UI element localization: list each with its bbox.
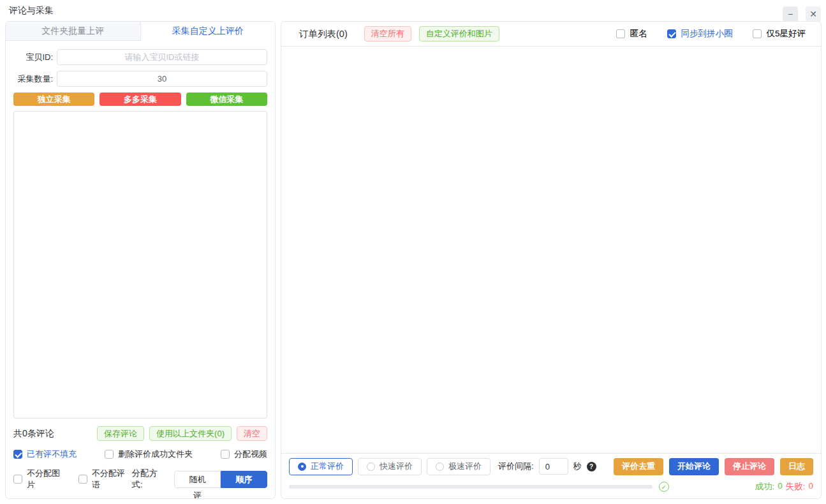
window-title: 评论与采集: [9, 5, 54, 17]
assign-video-label: 分配视频: [234, 448, 267, 460]
radio-icon: [367, 463, 375, 471]
checkbox-no-assign-image[interactable]: 不分配图片: [13, 468, 67, 491]
title-bar: 评论与采集 − ✕: [0, 0, 826, 21]
anonymous-label: 匿名: [630, 28, 647, 40]
no-refill-label: 已有评不填充: [27, 448, 77, 460]
item-id-input[interactable]: [57, 49, 267, 65]
interval-input[interactable]: [539, 458, 568, 475]
interval-unit: 秒: [573, 461, 582, 472]
sync-circle-label: 同步到拼小圈: [681, 28, 732, 40]
interval-label: 评价间隔:: [498, 461, 534, 472]
close-icon: ✕: [809, 9, 817, 19]
fail-label: 失败:: [786, 481, 806, 493]
random-mode-button[interactable]: 随机评: [174, 471, 221, 488]
success-label: 成功:: [755, 481, 774, 493]
radio-rapid-review[interactable]: 极速评价: [427, 458, 490, 475]
check-circle-icon: ✓: [659, 482, 669, 492]
stop-review-button[interactable]: 停止评论: [725, 458, 774, 475]
sequential-mode-button[interactable]: 顺序评: [221, 471, 267, 488]
radio-normal-review[interactable]: 正常评价: [289, 458, 353, 475]
checkbox-icon: [78, 475, 87, 484]
checkbox-no-assign-comment[interactable]: 不分配评语: [78, 468, 132, 491]
delete-success-folder-label: 删除评价成功文件夹: [118, 448, 193, 460]
collect-panel: 文件夹批量上评 采集自定义上评价 宝贝ID: 采集数量: 独立采集 多多采集 微…: [5, 21, 276, 499]
tab-collect-custom[interactable]: 采集自定义上评价: [141, 22, 276, 41]
radio-selected-icon: [298, 463, 306, 471]
clear-comments-button[interactable]: 清空: [237, 426, 267, 441]
close-button[interactable]: ✕: [806, 6, 821, 22]
minimize-button[interactable]: −: [783, 6, 798, 22]
progress-bar: [289, 485, 653, 489]
checkbox-icon: [616, 29, 625, 38]
checkbox-sync-circle[interactable]: 同步到拼小圈: [667, 28, 732, 40]
checkbox-checked-icon: [13, 450, 22, 459]
assign-mode-switch: 随机评 顺序评: [174, 471, 267, 488]
comments-count: 共0条评论: [13, 428, 54, 440]
assign-mode-label: 分配方式:: [132, 468, 168, 491]
order-list-title: 订单列表(0): [299, 28, 348, 40]
checkbox-anonymous[interactable]: 匿名: [616, 28, 647, 40]
help-icon[interactable]: ?: [587, 462, 596, 471]
duoduo-collect-button[interactable]: 多多采集: [100, 93, 181, 106]
radio-icon: [436, 463, 444, 471]
checkbox-delete-success-folder[interactable]: 删除评价成功文件夹: [105, 448, 193, 460]
success-count: 0: [778, 481, 783, 493]
checkbox-icon: [753, 29, 762, 38]
checkbox-icon: [221, 450, 230, 459]
checkbox-icon: [105, 450, 114, 459]
normal-review-label: 正常评价: [311, 461, 344, 472]
fast-review-label: 快速评价: [380, 461, 413, 472]
independent-collect-button[interactable]: 独立采集: [13, 93, 94, 106]
fail-count: 0: [808, 481, 813, 493]
use-folder-button[interactable]: 使用以上文件夹(0): [149, 426, 232, 441]
checkbox-icon: [13, 475, 22, 484]
collect-count-input[interactable]: [57, 71, 267, 87]
comments-list[interactable]: [13, 111, 267, 419]
no-assign-comment-label: 不分配评语: [92, 468, 132, 491]
checkbox-checked-icon: [667, 29, 676, 38]
start-review-button[interactable]: 开始评论: [669, 458, 719, 475]
rapid-review-label: 极速评价: [448, 461, 482, 472]
no-assign-image-label: 不分配图片: [27, 468, 67, 491]
dedupe-button[interactable]: 评价去重: [614, 458, 663, 475]
checkbox-no-refill[interactable]: 已有评不填充: [13, 448, 77, 460]
five-star-only-label: 仅5星好评: [766, 28, 806, 40]
tab-bar: 文件夹批量上评 采集自定义上评价: [6, 22, 275, 41]
wechat-collect-button[interactable]: 微信采集: [186, 93, 267, 106]
minimize-icon: −: [788, 9, 793, 19]
custom-review-button[interactable]: 自定义评价和图片: [419, 26, 499, 41]
radio-fast-review[interactable]: 快速评价: [358, 458, 422, 475]
checkbox-five-star-only[interactable]: 仅5星好评: [753, 28, 806, 40]
log-button[interactable]: 日志: [780, 458, 813, 475]
tab-folder-batch[interactable]: 文件夹批量上评: [6, 22, 141, 41]
item-id-label: 宝贝ID:: [13, 52, 57, 63]
checkbox-assign-video[interactable]: 分配视频: [221, 448, 267, 460]
clear-all-button[interactable]: 清空所有: [364, 26, 411, 41]
collect-count-label: 采集数量:: [13, 73, 57, 85]
order-panel: 订单列表(0) 清空所有 自定义评价和图片 匿名 同步到拼小圈 仅5星好评: [281, 21, 822, 499]
order-list-area[interactable]: [281, 47, 821, 453]
app-window: 评论与采集 − ✕ 文件夹批量上评 采集自定义上评价 宝贝ID: 采集数量:: [0, 0, 826, 504]
save-comments-button[interactable]: 保存评论: [97, 426, 144, 441]
